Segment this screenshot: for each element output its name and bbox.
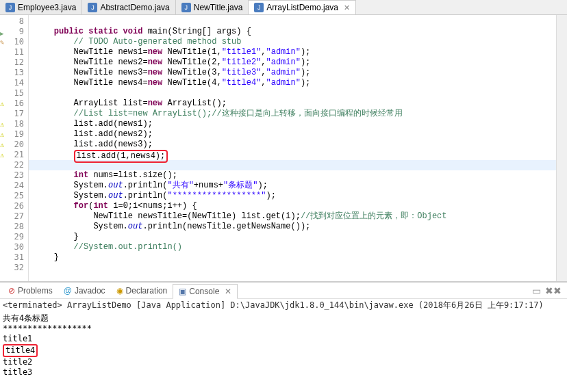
gutter-line: 26 (0, 201, 28, 211)
code-line: NewTitle news1=new NewTitle(1,"title1","… (29, 47, 556, 57)
tab-abstractdemo[interactable]: J AbstractDemo.java (82, 0, 175, 14)
gutter-line: 21⚠ (0, 150, 28, 160)
code-line: System.out.println("******************")… (29, 191, 556, 201)
code-line: list.add(news3); (29, 140, 556, 150)
console-terminated-line: <terminated> ArrayListDemo [Java Applica… (0, 299, 567, 312)
ptab-label: Declaration (126, 286, 168, 296)
code-line: for(int i=0;i<nums;i++) { (29, 201, 556, 211)
java-file-icon: J (88, 3, 97, 12)
code-line: //System.out.println() (29, 242, 556, 252)
code-line: NewTitle news3=new NewTitle(3,"title3","… (29, 68, 556, 78)
java-file-icon: J (181, 3, 191, 12)
vertical-scrollbar[interactable] (556, 15, 567, 281)
code-line: System.out.println("共有"+nums+"条标题"); (29, 181, 556, 191)
code-line (29, 16, 556, 27)
bottom-panel: ⊘ Problems @ Javadoc ◉ Declaration ▣ Con… (0, 282, 567, 379)
gutter-line: 27 (0, 211, 28, 222)
console-line: title1 (0, 334, 567, 344)
gutter-line: 17 (0, 109, 28, 119)
code-line: System.out.println(newsTitle.getNewsName… (29, 222, 556, 232)
code-line: //List list=new ArrayList();//这种接口是向上转移，… (29, 109, 556, 119)
gutter-line: 12 (0, 57, 28, 68)
code-line: NewTitle news4=new NewTitle(4,"title4","… (29, 78, 556, 88)
code-line: list.add(1,news4); (29, 150, 556, 160)
console-line: ****************** (0, 324, 567, 334)
code-line: list.add(news2); (29, 129, 556, 140)
ptab-label: Console (189, 287, 219, 296)
code-editor[interactable]: public static void main(String[] args) {… (29, 15, 556, 281)
gutter-line: 18⚠ (0, 119, 28, 129)
tab-problems[interactable]: ⊘ Problems (3, 284, 58, 298)
gutter-line: 20⚠ (0, 140, 28, 150)
code-line: } (29, 252, 556, 263)
code-line (29, 263, 556, 273)
gutter-line: 15 (0, 88, 28, 99)
console-line: title2 (0, 357, 567, 367)
close-icon[interactable]: ✕ (225, 287, 231, 296)
gutter-line: 30 (0, 242, 28, 252)
code-line: int nums=list.size(); (29, 170, 556, 181)
gutter-line: 9▶ (0, 27, 28, 37)
gutter-line: 23 (0, 170, 28, 181)
tab-employee3[interactable]: J Employee3.java (0, 0, 82, 14)
editor-tabs: J Employee3.java J AbstractDemo.java J N… (0, 0, 567, 15)
code-line: list.add(news1); (29, 119, 556, 129)
problems-icon: ⊘ (8, 286, 15, 296)
gutter-line: 31 (0, 252, 28, 263)
gutter-line: 10✎ (0, 37, 28, 47)
line-gutter: 8 9▶ 10✎ 11 12 13 14 15 16⚠ 17 18⚠ 19⚠ 2… (0, 15, 29, 281)
code-line: ArrayList list=new ArrayList(); (29, 99, 556, 109)
tab-label: ArrayListDemo.java (266, 3, 338, 12)
code-line: NewTitle news2=new NewTitle(2,"title2","… (29, 57, 556, 68)
gutter-line: 22 (0, 160, 28, 170)
code-line: NewTitle newsTitle=(NewTitle) list.get(i… (29, 211, 556, 222)
code-line: public static void main(String[] args) { (29, 27, 556, 37)
tab-newtitle[interactable]: J NewTitle.java (176, 0, 249, 14)
ptab-label: Javadoc (75, 286, 105, 296)
gutter-line: 24 (0, 181, 28, 191)
javadoc-icon: @ (64, 286, 72, 296)
gutter-line: 29 (0, 232, 28, 242)
tab-label: Employee3.java (18, 3, 76, 12)
tab-console[interactable]: ▣ Console ✕ (173, 284, 238, 299)
console-line: 共有4条标题 (0, 313, 567, 324)
gutter-line: 8 (0, 16, 28, 27)
gutter-line: 32 (0, 263, 28, 273)
code-line (29, 88, 556, 99)
java-file-icon: J (254, 3, 264, 12)
tab-declaration[interactable]: ◉ Declaration (111, 284, 173, 298)
declaration-icon: ◉ (116, 286, 123, 296)
panel-tabs: ⊘ Problems @ Javadoc ◉ Declaration ▣ Con… (0, 283, 567, 299)
gutter-line: 16⚠ (0, 99, 28, 109)
java-file-icon: J (5, 3, 15, 12)
console-line: title4 (0, 344, 567, 357)
code-line: } (29, 232, 556, 242)
tab-javadoc[interactable]: @ Javadoc (58, 284, 111, 298)
tab-label: NewTitle.java (194, 3, 243, 12)
gutter-line: 19⚠ (0, 129, 28, 140)
console-output: 共有4条标题 ****************** title1 title4 … (0, 312, 567, 379)
gutter-line: 14 (0, 78, 28, 88)
tab-label: AbstractDemo.java (100, 3, 169, 12)
highlight-box: list.add(1,news4); (74, 150, 168, 163)
console-icon: ▣ (179, 287, 186, 296)
ptab-label: Problems (18, 286, 53, 296)
highlight-box: title4 (3, 344, 38, 357)
code-line: // TODO Auto-generated method stub (29, 37, 556, 47)
console-line: title3 (0, 367, 567, 378)
close-icon[interactable]: ✕ (344, 3, 350, 12)
panel-actions: ▭ ✖✖ (532, 285, 564, 296)
gutter-line: 13 (0, 68, 28, 78)
editor-area: 8 9▶ 10✎ 11 12 13 14 15 16⚠ 17 18⚠ 19⚠ 2… (0, 15, 567, 282)
tab-arraylistdemo[interactable]: J ArrayListDemo.java ✕ (249, 0, 356, 14)
gutter-line: 25 (0, 191, 28, 201)
remove-launch-icon[interactable]: ▭ (532, 285, 541, 296)
remove-all-launches-icon[interactable]: ✖✖ (545, 285, 562, 296)
gutter-line: 28 (0, 222, 28, 232)
gutter-line: 11 (0, 47, 28, 57)
